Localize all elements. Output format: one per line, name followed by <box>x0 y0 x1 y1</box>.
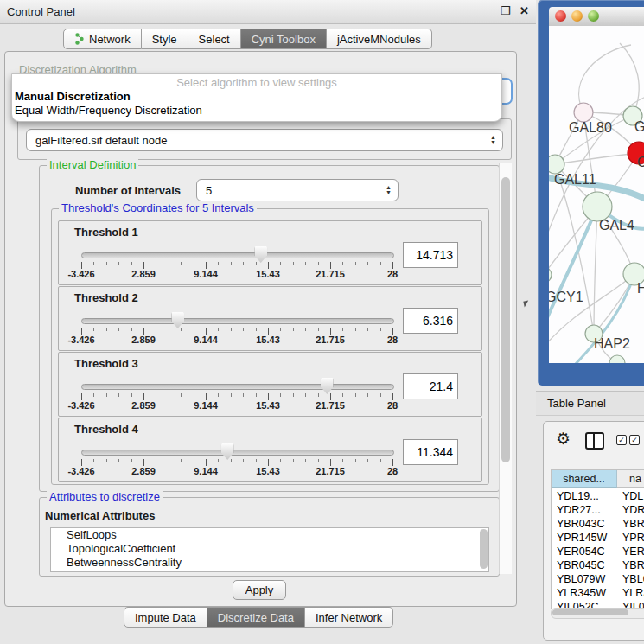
cell[interactable]: YDL19... <box>552 489 617 503</box>
algorithm-option-equal-width[interactable]: Equal Width/Frequency Discretization <box>15 104 202 117</box>
table-row[interactable]: YDR27... YDR2 <box>552 503 644 517</box>
cell[interactable]: YDR2 <box>617 503 644 517</box>
node-gal11[interactable] <box>549 155 564 174</box>
threshold-2-slider[interactable]: -3.426 2.859 9.144 15.43 21.715 28 <box>81 318 392 348</box>
node-gcy1[interactable] <box>549 267 552 283</box>
panel-scrollbar[interactable] <box>499 163 512 574</box>
number-of-intervals-combobox[interactable]: 5 ▲▼ <box>196 179 399 201</box>
numerical-attributes-list[interactable]: SelfLoops TopologicalCoefficient Between… <box>50 527 489 572</box>
number-of-intervals-label: Number of Intervals <box>75 184 181 197</box>
cell[interactable]: YBL079W <box>552 572 617 586</box>
tab-select-label: Select <box>199 33 230 46</box>
network-window-titlebar[interactable] <box>549 7 644 27</box>
slider-track[interactable] <box>81 318 394 324</box>
close-traffic-light[interactable] <box>555 10 566 22</box>
apply-button[interactable]: Apply <box>233 580 286 600</box>
table-row[interactable]: YBR043C YBR0 <box>552 517 644 531</box>
cell[interactable]: YBR043C <box>552 517 617 531</box>
node-label-partial-g: GA <box>634 119 644 134</box>
panel-scrollbar-thumb[interactable] <box>501 177 510 462</box>
interval-definition-title: Interval Definition <box>47 159 138 171</box>
cell[interactable]: YER054C <box>552 545 617 558</box>
node-gal80[interactable] <box>574 103 593 122</box>
minimize-traffic-light[interactable] <box>571 10 583 22</box>
tab-jactivemnodules[interactable]: jActiveMNodules <box>327 29 432 49</box>
cell[interactable]: YDR27... <box>552 503 617 517</box>
threshold-4-slider[interactable]: -3.426 2.859 9.144 15.43 21.715 28 <box>81 450 392 479</box>
scale-tick-label: 9.144 <box>194 269 218 279</box>
scale-tick-label: -3.426 <box>67 400 94 411</box>
cell[interactable]: YLR345W <box>552 586 617 600</box>
scale-tick-label: 2.859 <box>131 466 156 476</box>
node-gal4[interactable] <box>583 192 612 221</box>
cell[interactable]: YPR1 <box>617 531 644 545</box>
tab-discretize-data[interactable]: Discretize Data <box>207 607 305 628</box>
cell[interactable]: YDL1 <box>617 489 644 503</box>
table-row[interactable]: YPR145W YPR1 <box>552 531 644 545</box>
threshold-3-value-field[interactable]: 21.4 <box>403 373 458 399</box>
cell[interactable]: YBL0 <box>617 572 644 586</box>
cell[interactable]: YBR0 <box>617 558 644 572</box>
threshold-2-value-field[interactable]: 6.316 <box>403 308 458 334</box>
slider-track[interactable] <box>81 252 394 258</box>
table-row[interactable]: YBL079W YBL0 <box>552 572 644 586</box>
scale-tick-label: 21.715 <box>316 335 345 345</box>
column-header-shared-name[interactable]: shared... <box>552 470 617 488</box>
network-window-frame[interactable]: GAL80 GA C GAL11 GAL4 GCY1 H HAP2 <box>538 0 644 386</box>
tab-impute-data-label: Impute Data <box>135 611 196 624</box>
cell[interactable]: YER0 <box>617 545 644 558</box>
list-item[interactable]: TopologicalCoefficient <box>51 542 488 556</box>
network-icon <box>74 33 85 45</box>
slider-thumb[interactable] <box>254 246 267 263</box>
table-horizontal-scrollbar[interactable] <box>551 608 644 619</box>
tab-impute-data[interactable]: Impute Data <box>124 607 207 628</box>
checkbox-icon[interactable]: ✓ <box>629 435 640 445</box>
node-label-gal80: GAL80 <box>569 120 612 135</box>
table-row[interactable]: YDL19... YDL1 <box>552 489 644 503</box>
threshold-1-panel: Threshold 1 -3.426 2.859 9.144 15.43 21.… <box>58 220 482 285</box>
cell[interactable]: YLR3 <box>617 586 644 600</box>
tab-network[interactable]: Network <box>63 29 142 49</box>
columns-icon[interactable] <box>585 432 604 450</box>
node-partial-bottom[interactable] <box>609 355 625 363</box>
scale-tick-label: 9.144 <box>194 335 218 345</box>
tab-discretize-data-label: Discretize Data <box>218 611 294 624</box>
tab-style[interactable]: Style <box>142 29 188 49</box>
table-row[interactable]: YER054C YER0 <box>552 545 644 558</box>
zoom-traffic-light[interactable] <box>588 10 599 22</box>
slider-thumb[interactable] <box>221 443 234 460</box>
slider-track[interactable] <box>81 450 394 456</box>
algorithm-dropdown-hint: Select algorithm to view settings <box>12 76 501 89</box>
slider-track[interactable] <box>81 384 394 390</box>
table-horizontal-scrollbar-thumb[interactable] <box>552 609 628 615</box>
table-row[interactable]: YBR045C YBR0 <box>552 558 644 572</box>
network-canvas[interactable]: GAL80 GA C GAL11 GAL4 GCY1 H HAP2 <box>549 26 644 363</box>
table-data-combobox[interactable]: galFiltered.sif default node ▲▼ <box>26 129 503 151</box>
threshold-1-value-field[interactable]: 14.713 <box>403 242 458 268</box>
scale-tick-label: 2.859 <box>131 335 156 345</box>
cell[interactable]: YBR0 <box>617 517 644 531</box>
scale-tick-label: -3.426 <box>67 466 94 476</box>
threshold-4-value-field[interactable]: 11.344 <box>403 439 458 465</box>
close-window-icon[interactable]: ✕ <box>520 4 529 17</box>
cell[interactable]: YBR045C <box>552 558 617 572</box>
scale-tick-label: 21.715 <box>316 466 345 476</box>
gear-icon[interactable]: ⚙ <box>556 429 571 449</box>
list-scrollbar[interactable] <box>480 529 488 569</box>
cell[interactable]: YPR145W <box>552 531 617 545</box>
tab-infer-network-label: Infer Network <box>316 611 382 624</box>
slider-thumb[interactable] <box>171 312 184 328</box>
list-item[interactable]: SelfLoops <box>51 528 488 542</box>
table-row[interactable]: YLR345W YLR3 <box>552 586 644 600</box>
tab-cyni-toolbox[interactable]: Cyni Toolbox <box>241 29 327 49</box>
checkbox-icon[interactable]: ✓ <box>616 435 627 445</box>
list-item[interactable]: BetweennessCentrality <box>51 556 488 570</box>
threshold-1-slider[interactable]: -3.426 2.859 9.144 15.43 21.715 28 <box>81 252 392 282</box>
tab-infer-network[interactable]: Infer Network <box>305 607 393 628</box>
threshold-3-slider[interactable]: -3.426 2.859 9.144 15.43 21.715 28 <box>81 384 392 413</box>
column-header-name[interactable]: na <box>617 470 644 488</box>
algorithm-option-manual[interactable]: Manual Discretization <box>15 90 131 103</box>
tab-select[interactable]: Select <box>188 29 241 49</box>
float-window-icon[interactable]: ❒ <box>501 4 511 17</box>
slider-thumb[interactable] <box>321 378 334 394</box>
